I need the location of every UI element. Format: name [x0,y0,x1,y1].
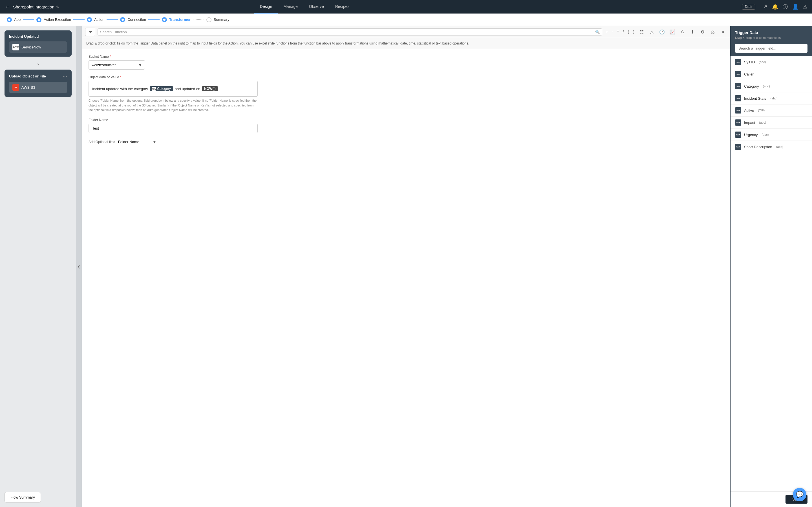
chat-bubble[interactable]: 💬 [793,488,806,501]
bucket-name-select-wrapper: weiztestbucket ▼ [89,60,145,69]
step-transformer[interactable]: Transformer [162,17,191,22]
step-app[interactable]: App [7,17,20,22]
field-type-sysid: (abc) [759,60,766,64]
trigger-search-input[interactable] [735,44,808,53]
external-link-icon[interactable]: ↗ [763,4,767,10]
step-connection[interactable]: Connection [120,17,146,22]
tab-manage[interactable]: Manage [278,0,303,13]
bucket-name-select[interactable]: weiztestbucket [89,60,145,69]
action-service-name: AWS S3 [21,86,35,90]
app-title: Sharepoint integration ✎ [13,4,59,9]
trigger-card: Incident Updated now ServiceNow [4,31,71,57]
trigger-field-active[interactable]: now Active (T/F) [730,105,812,117]
text-icon[interactable]: A [678,28,686,36]
now-logo-category: now [735,83,741,89]
action-header: Upload Object or File ⋯ [9,73,67,79]
field-type-short-description: (abc) [776,145,783,149]
more-options-icon[interactable]: ⋯ [63,73,67,79]
now-logo-sysid: now [735,59,741,65]
chart-icon[interactable]: △ [648,28,656,36]
field-name-short-description: Short Description [744,145,772,149]
folder-name-input[interactable] [89,124,258,133]
nav-tabs: Design Manage Observe Recipes [254,0,355,13]
field-type-active: (T/F) [758,109,765,112]
now-logo-urgency: now [735,131,741,138]
fx-box: fx [85,27,95,36]
field-type-impact: (abc) [759,121,766,124]
now-logo-incident-state: now [735,95,741,101]
object-data-field[interactable]: Incident updated with the category now C… [89,81,258,97]
flow-summary-button[interactable]: Flow Summary [4,492,41,503]
action-service-row[interactable]: S3 AWS S3 [9,82,67,93]
tab-recipes[interactable]: Recipes [329,0,355,13]
function-bar: fx Search Function 🔍 + - * / ( ) ☷ △ 🕐 [82,26,730,38]
optional-field-select[interactable]: Folder Name [118,138,158,145]
now-logo-impact: now [735,119,741,126]
back-button[interactable]: ← [4,4,10,10]
trigger-data-panel: Trigger Data Drag & drop or click to map… [730,26,812,507]
now-logo-caller: now [735,71,741,77]
api-icon[interactable]: ⚭ [719,28,727,36]
search-icon[interactable]: 🔍 [595,30,600,34]
search-function-input[interactable]: Search Function 🔍 [98,29,602,36]
func-divide[interactable]: / [622,29,625,35]
step-progress: App Action Execution Action Connection T… [0,13,812,26]
now-tag[interactable]: NOW( ) [202,86,218,91]
field-name-sysid: Sys ID [744,60,755,64]
trigger-service-row[interactable]: now ServiceNow [9,41,67,53]
line-chart-icon[interactable]: 📈 [668,28,676,36]
trigger-field-sysid[interactable]: now Sys ID (abc) [730,56,812,68]
info-icon[interactable]: ℹ [689,28,696,36]
settings-icon[interactable]: ⚙ [699,28,707,36]
field-name-caller: Caller [744,72,754,76]
field-name-urgency: Urgency [744,133,758,137]
trigger-field-caller[interactable]: now Caller [730,68,812,80]
user-icon[interactable]: 👤 [792,4,799,10]
grid-icon[interactable]: ☷ [638,28,646,36]
tab-observe[interactable]: Observe [303,0,329,13]
trigger-field-category[interactable]: now Category (abc) [730,80,812,93]
trigger-field-impact[interactable]: now Impact (abc) [730,117,812,129]
step-action[interactable]: Action [87,17,104,22]
draft-badge: Draft [742,4,755,10]
func-plus[interactable]: + [605,29,609,35]
now-logo-active: now [735,107,741,114]
alert-icon[interactable]: ⚠ [803,4,808,10]
main-form: fx Search Function 🔍 + - * / ( ) ☷ △ 🕐 [82,26,730,507]
func-ops: + - * / ( ) [605,29,636,35]
bucket-name-label: Bucket Name * [89,55,723,59]
clock-icon[interactable]: 🕐 [658,28,666,36]
func-open-paren[interactable]: ( [627,29,630,35]
action-title: Upload Object or File [9,74,46,78]
edit-icon[interactable]: ✎ [56,5,59,9]
func-close-paren[interactable]: ) [632,29,636,35]
trigger-field-short-description[interactable]: now Short Description (abc) [730,141,812,153]
field-name-active: Active [744,108,754,113]
trigger-field-urgency[interactable]: now Urgency (abc) [730,129,812,141]
object-data-label: Object data or Value * [89,75,723,79]
trigger-field-incident-state[interactable]: now Incident State (abc) [730,93,812,105]
category-tag[interactable]: now Category [150,86,173,91]
help-icon[interactable]: ⓘ [783,3,788,10]
func-multiply[interactable]: * [616,29,620,35]
servicenow-logo: now [12,44,19,50]
field-name-category: Category [744,84,759,89]
trigger-data-subtitle: Drag & drop or click to map fields [735,36,808,40]
bell-icon[interactable]: 🔔 [772,4,778,10]
step-summary[interactable]: Summary [206,17,230,22]
object-data-text-middle: and updated on [175,87,200,91]
filter-icon[interactable]: ⚖ [709,28,717,36]
expand-icon: ⌄ [4,59,71,67]
object-data-hint: Choose 'Folder Name' from the optional f… [89,98,258,112]
collapse-handle[interactable]: ❮ [76,26,82,507]
aws-logo: S3 [12,84,19,91]
trigger-title: Incident Updated [9,34,67,39]
main-layout: Incident Updated now ServiceNow ⌄ Upload… [0,26,812,507]
trigger-fields-list: now Sys ID (abc) now Caller now Category… [730,56,812,491]
step-action-execution[interactable]: Action Execution [36,17,71,22]
func-minus[interactable]: - [611,29,615,35]
object-data-text-before: Incident updated with the category [92,87,148,91]
field-type-category: (abc) [763,84,770,88]
trigger-service-name: ServiceNow [21,45,41,49]
tab-design[interactable]: Design [254,0,278,13]
